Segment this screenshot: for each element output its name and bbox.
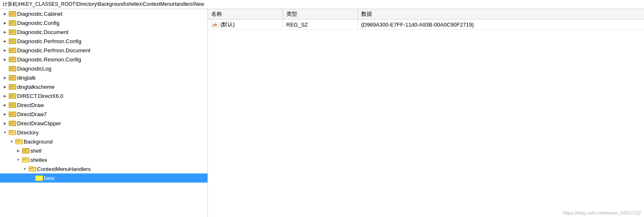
tree-panel: Diagnostic.CabinetDiagnostic.ConfigDiagn… [0, 9, 208, 217]
tree-item-label-diagnosticlog: DiagnosticLog [17, 66, 51, 72]
folder-icon-new [35, 175, 42, 181]
tree-item-diagnostic-perfmon-document[interactable]: Diagnostic.Perfmon.Document [0, 46, 207, 55]
tree-item-directdraw7[interactable]: DirectDraw7 [0, 110, 207, 119]
value-name-cell: ab(默认) [208, 20, 283, 30]
expand-arrow-dingtalkscheme[interactable] [2, 85, 8, 89]
tree-item-dingtalk[interactable]: dingtalk [0, 73, 207, 82]
tree-item-label-dingtalk: dingtalk [17, 75, 36, 81]
folder-icon-dingtalk [8, 74, 16, 81]
watermark: https://blog.csdn.net/weixin_50027110 [563, 210, 641, 215]
expand-arrow-diagnostic-perfmon-document[interactable] [2, 49, 8, 52]
folder-icon-background [15, 138, 22, 145]
tree-item-label-diagnostic-config: Diagnostic.Config [17, 20, 59, 26]
tree-item-diagnostic-document[interactable]: Diagnostic.Document [0, 27, 207, 37]
values-panel: 名称 类型 数据 ab(默认)REG_SZ{D969A300-E7FF-11d0… [208, 9, 644, 217]
tree-item-directory[interactable]: Directory [0, 128, 207, 137]
tree-item-label-new: New [44, 175, 54, 181]
main-container: Diagnostic.CabinetDiagnostic.ConfigDiagn… [0, 9, 644, 217]
folder-icon-directdrawclipper [8, 120, 16, 127]
folder-icon-shell [22, 147, 29, 154]
tree-item-label-directdraw: DirectDraw [17, 102, 44, 108]
folder-icon-diagnostic-config [8, 20, 16, 26]
expand-arrow-directory[interactable] [2, 131, 8, 134]
tree-item-background[interactable]: Background [0, 137, 207, 146]
folder-icon-dingtalkscheme [8, 83, 16, 90]
tree-item-label-shell: shell [30, 148, 42, 154]
tree-item-diagnostic-perfmon-config[interactable]: Diagnostic.Perfmon.Config [0, 37, 207, 46]
expand-arrow-diagnostic-cabinet[interactable] [2, 12, 8, 16]
table-header-row: 名称 类型 数据 [208, 9, 644, 20]
folder-icon-diagnostic-document [8, 29, 16, 35]
tree-item-label-background: Background [24, 139, 52, 145]
expand-arrow-directdrawclipper[interactable] [2, 122, 8, 125]
tree-item-label-shellex: shellex [30, 157, 47, 163]
tree-item-label-directory: Directory [17, 129, 39, 136]
tree-scroll[interactable]: Diagnostic.CabinetDiagnostic.ConfigDiagn… [0, 9, 207, 217]
folder-icon-diagnosticlog [8, 65, 16, 72]
tree-item-contextmenuhandlers[interactable]: ContextMenuHandlers [0, 164, 207, 173]
tree-item-diagnostic-cabinet[interactable]: Diagnostic.Cabinet [0, 9, 207, 18]
folder-icon-diagnostic-cabinet [8, 10, 16, 17]
folder-icon-directdraw7 [8, 111, 16, 117]
tree-item-directdraw[interactable]: DirectDraw [0, 100, 207, 110]
ab-icon: ab [211, 22, 219, 28]
value-type-cell: REG_SZ [283, 20, 358, 30]
expand-arrow-diagnostic-document[interactable] [2, 30, 8, 34]
tree-item-label-diagnostic-perfmon-document: Diagnostic.Perfmon.Document [17, 47, 90, 54]
tree-item-diagnostic-resmon-config[interactable]: Diagnostic.Resmon.Config [0, 55, 207, 64]
expand-arrow-contextmenuhandlers[interactable] [22, 167, 28, 171]
tree-item-label-dingtalkscheme: dingtalkscheme [17, 84, 54, 90]
tree-item-label-directdraw7: DirectDraw7 [17, 111, 47, 117]
col-header-name: 名称 [208, 9, 283, 20]
breadcrumb-text: 计算机\HKEY_CLASSES_ROOT\Directory\Backgrou… [2, 1, 204, 8]
expand-arrow-dingtalk[interactable] [2, 76, 8, 80]
folder-icon-directory [8, 129, 16, 136]
expand-arrow-direct-directx60[interactable] [2, 94, 8, 98]
col-header-type: 类型 [283, 9, 358, 20]
tree-item-label-diagnostic-document: Diagnostic.Document [17, 29, 69, 35]
table-row[interactable]: ab(默认)REG_SZ{D969A300-E7FF-11d0-A93B-00A… [208, 20, 644, 30]
folder-icon-shellex [22, 156, 29, 163]
values-table: 名称 类型 数据 ab(默认)REG_SZ{D969A300-E7FF-11d0… [208, 9, 644, 30]
tree-item-directdrawclipper[interactable]: DirectDrawClipper [0, 119, 207, 128]
folder-icon-diagnostic-resmon-config [8, 56, 16, 63]
value-data-cell: {D969A300-E7FF-11d0-A93B-00A0C90F2719} [358, 20, 644, 30]
tree-item-label-directdrawclipper: DirectDrawClipper [17, 120, 61, 127]
value-name-text: (默认) [220, 21, 235, 27]
values-body: ab(默认)REG_SZ{D969A300-E7FF-11d0-A93B-00A… [208, 20, 644, 30]
tree-item-shell[interactable]: shell [0, 146, 207, 155]
folder-icon-direct-directx60 [8, 93, 16, 99]
col-header-data: 数据 [358, 9, 644, 20]
tree-item-label-diagnostic-perfmon-config: Diagnostic.Perfmon.Config [17, 38, 81, 44]
tree-item-label-diagnostic-cabinet: Diagnostic.Cabinet [17, 11, 62, 17]
expand-arrow-shellex[interactable] [15, 158, 22, 162]
expand-arrow-diagnostic-resmon-config[interactable] [2, 58, 8, 61]
folder-icon-diagnostic-perfmon-document [8, 47, 16, 54]
expand-arrow-diagnostic-config[interactable] [2, 21, 8, 25]
breadcrumb: 计算机\HKEY_CLASSES_ROOT\Directory\Backgrou… [0, 0, 644, 9]
tree-item-direct-directx60[interactable]: DIRECT.DirectX6.0 [0, 91, 207, 100]
tree-item-label-contextmenuhandlers: ContextMenuHandlers [37, 166, 91, 172]
expand-arrow-directdraw7[interactable] [2, 112, 8, 116]
expand-arrow-directdraw[interactable] [2, 103, 8, 107]
tree-item-dingtalkscheme[interactable]: dingtalkscheme [0, 82, 207, 91]
tree-item-shellex[interactable]: shellex [0, 155, 207, 164]
folder-icon-diagnostic-perfmon-config [8, 38, 16, 44]
tree-item-diagnosticlog[interactable]: DiagnosticLog [0, 64, 207, 73]
folder-icon-directdraw [8, 102, 16, 108]
expand-arrow-shell[interactable] [15, 149, 22, 153]
tree-item-label-direct-directx60: DIRECT.DirectX6.0 [17, 93, 63, 99]
tree-item-new[interactable]: New [0, 173, 207, 183]
expand-arrow-diagnostic-perfmon-config[interactable] [2, 39, 8, 43]
tree-item-label-diagnostic-resmon-config: Diagnostic.Resmon.Config [17, 56, 81, 63]
folder-icon-contextmenuhandlers [28, 166, 36, 172]
expand-arrow-background[interactable] [8, 140, 15, 144]
tree-item-diagnostic-config[interactable]: Diagnostic.Config [0, 18, 207, 27]
